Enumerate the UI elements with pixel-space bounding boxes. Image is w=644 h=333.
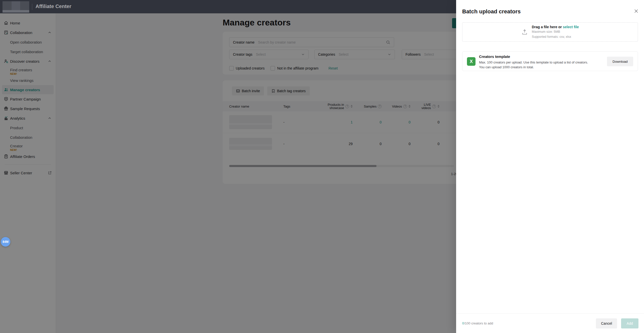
add-button[interactable]: Add [621, 318, 638, 328]
app-title: Affiliate Center [36, 4, 71, 9]
dropzone-max-size: Maximum size: 5MB [532, 29, 579, 34]
upload-icon [521, 29, 528, 35]
template-title: Creators template [479, 55, 510, 59]
app-logo-strip [3, 10, 29, 13]
drawer-footer: 0/100 creators to add Cancel Add [456, 313, 644, 333]
creators-template-card: X Creators template Max. 100 creators pe… [462, 51, 638, 71]
close-icon[interactable] [633, 8, 639, 14]
dropzone-formats: Supported formats: csv, xlsx [532, 35, 579, 39]
dropzone-instruction: Drag a file here or select file [532, 25, 579, 29]
file-dropzone[interactable]: Drag a file here or select file Maximum … [462, 22, 638, 42]
cancel-button[interactable]: Cancel [596, 318, 617, 328]
template-description: Max. 100 creators per upload. Use this t… [479, 60, 588, 70]
chat-widget-badge[interactable]: 84M [1, 237, 10, 247]
select-file-link[interactable]: select file [563, 25, 579, 29]
app-logo [3, 1, 29, 10]
download-template-button[interactable]: Download [607, 57, 633, 66]
header-divider [32, 4, 32, 10]
excel-file-icon: X [467, 57, 476, 66]
drawer-title: Batch upload creators [462, 8, 521, 15]
creators-count: 0/100 creators to add [462, 321, 493, 325]
batch-upload-drawer: Batch upload creators Drag a file here o… [456, 0, 644, 333]
